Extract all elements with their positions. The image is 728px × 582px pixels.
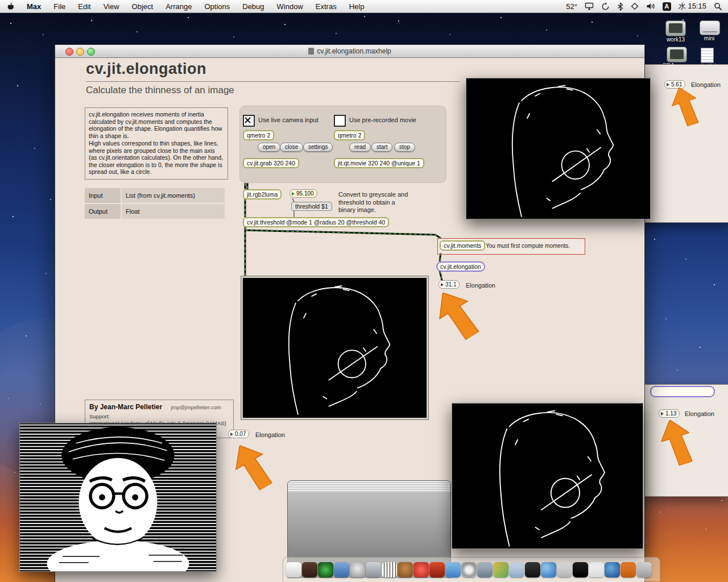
video-window-bottom-left[interactable] bbox=[19, 423, 217, 572]
read-button[interactable]: read bbox=[349, 143, 371, 152]
menu-options[interactable]: Options bbox=[198, 0, 236, 13]
dock-icon-trash[interactable] bbox=[636, 562, 652, 577]
search-icon bbox=[714, 2, 722, 11]
menu-help[interactable]: Help bbox=[343, 0, 371, 13]
dock-icon-system-preferences[interactable] bbox=[366, 562, 381, 577]
start-button[interactable]: start bbox=[371, 143, 392, 152]
io-row-output: Output Float bbox=[85, 204, 225, 219]
document-proxy-icon bbox=[308, 48, 314, 55]
dock-icon-pen-tool[interactable] bbox=[525, 562, 540, 577]
dock-icon-vlc[interactable] bbox=[621, 562, 636, 577]
checkmark-x-icon bbox=[244, 117, 251, 124]
partial-elongation-object bbox=[650, 386, 715, 397]
cv-jit-grab-object: cv.jit.grab 320 240 bbox=[243, 158, 299, 168]
temperature-menulet[interactable]: 52° bbox=[566, 2, 577, 11]
open-button[interactable]: open bbox=[258, 143, 280, 152]
qmetro-object: qmetro 2 bbox=[243, 130, 274, 140]
io-value: Float bbox=[122, 204, 225, 219]
bluetooth-menulet[interactable] bbox=[617, 2, 623, 11]
zoom-button[interactable] bbox=[87, 48, 95, 56]
elongation-caption: Elongation bbox=[685, 410, 714, 417]
video-window-top-right[interactable] bbox=[466, 78, 651, 219]
menu-object[interactable]: Object bbox=[126, 0, 160, 13]
halftone-face-render bbox=[20, 423, 216, 571]
dock-icon-max-msp[interactable] bbox=[318, 562, 333, 577]
time-machine-menulet[interactable] bbox=[601, 2, 610, 11]
dock-icon-ichat[interactable] bbox=[445, 562, 461, 577]
live-camera-label: Use live camera input bbox=[258, 117, 318, 123]
io-key: Output bbox=[85, 204, 121, 219]
dock-icon-ical[interactable] bbox=[589, 562, 604, 577]
desktop-icon-schedule[interactable] bbox=[701, 48, 714, 63]
cv-jit-elongation-object: cv.jit.elongation bbox=[436, 261, 485, 272]
bluetooth-icon bbox=[617, 2, 623, 11]
number-triangle-icon bbox=[661, 412, 664, 415]
face-profile-render bbox=[466, 78, 650, 219]
displays-menulet[interactable] bbox=[585, 2, 594, 10]
desktop-icon-mini[interactable] bbox=[700, 20, 720, 35]
qmetro-object: qmetro 2 bbox=[334, 130, 365, 140]
desktop-icon-label[interactable]: work13 bbox=[659, 36, 693, 43]
threshold-message-box[interactable]: threshold $1 bbox=[291, 202, 332, 211]
menu-window[interactable]: Window bbox=[271, 0, 309, 13]
elongation-number-box[interactable]: 0.07 bbox=[228, 430, 249, 438]
dock-icon-garageband-piano[interactable] bbox=[382, 562, 397, 577]
desktop-icon-work13[interactable] bbox=[665, 20, 686, 36]
io-row-input: Input List (from cv.jit.moments) bbox=[85, 188, 225, 203]
dock-icon-address-book[interactable] bbox=[509, 562, 524, 577]
minimize-button[interactable] bbox=[76, 48, 84, 56]
dock-icon-textedit[interactable] bbox=[286, 562, 301, 577]
dock-icon-safari[interactable] bbox=[541, 562, 556, 577]
dock-icon-quicktime[interactable] bbox=[350, 562, 365, 577]
threshold-number-box[interactable]: 95.100 bbox=[289, 189, 317, 198]
dock-icon-grapher[interactable] bbox=[477, 562, 493, 577]
number-triangle-icon bbox=[230, 433, 233, 436]
menu-extras[interactable]: Extras bbox=[309, 0, 343, 13]
menu-file[interactable]: File bbox=[47, 0, 72, 13]
dock bbox=[283, 557, 660, 581]
desktop-icon-label[interactable]: mini bbox=[695, 35, 723, 41]
dock-icon-photoshop[interactable] bbox=[302, 562, 317, 577]
desktop-icon-eda-sens[interactable] bbox=[667, 47, 687, 63]
apple-menu[interactable] bbox=[0, 0, 20, 13]
dock-icon-iphoto[interactable] bbox=[493, 562, 508, 577]
time-machine-icon bbox=[601, 2, 610, 11]
title-rule bbox=[86, 81, 460, 82]
dock-icon-itunes[interactable] bbox=[413, 562, 429, 577]
clock-menulet[interactable]: 水 15:15 bbox=[679, 1, 706, 11]
elongation-number-box[interactable]: 1.13 bbox=[659, 409, 680, 418]
close-button[interactable] bbox=[65, 48, 73, 56]
face-profile-render bbox=[452, 404, 643, 548]
settings-button[interactable]: settings bbox=[303, 143, 333, 152]
stop-button[interactable]: stop bbox=[394, 143, 415, 152]
number-triangle-icon bbox=[667, 83, 669, 86]
menu-edit[interactable]: Edit bbox=[72, 0, 97, 13]
input-method-menulet[interactable]: A bbox=[663, 2, 671, 11]
app-menu-max[interactable]: Max bbox=[20, 0, 47, 13]
window-titlebar[interactable]: cv.jit.elongation.maxhelp bbox=[55, 45, 644, 58]
dock-icon-audio-editor[interactable] bbox=[573, 562, 588, 577]
dock-icon-guitar-tuner[interactable] bbox=[398, 562, 413, 577]
dock-icon-firefox[interactable] bbox=[605, 562, 620, 577]
volume-menulet[interactable] bbox=[646, 2, 655, 10]
movie-checkbox[interactable] bbox=[334, 115, 346, 127]
dock-icon-mail[interactable] bbox=[334, 562, 349, 577]
menu-arrange[interactable]: Arrange bbox=[159, 0, 198, 13]
close-button[interactable]: close bbox=[280, 143, 303, 152]
dock-icon-dvd-player[interactable] bbox=[461, 562, 477, 577]
author-email[interactable]: jmp@jmpelletier.com bbox=[171, 404, 221, 410]
io-value: List (from cv.jit.moments) bbox=[122, 188, 225, 203]
dock-icon-flash[interactable] bbox=[429, 562, 445, 577]
dock-icon-x11[interactable] bbox=[557, 562, 572, 577]
speaker-icon bbox=[646, 2, 655, 10]
video-window-bottom-right[interactable] bbox=[452, 403, 643, 549]
spotlight-menulet[interactable] bbox=[714, 2, 722, 11]
menu-view[interactable]: View bbox=[97, 0, 126, 13]
io-key: Input bbox=[85, 188, 121, 203]
cv-jit-threshold-object: cv.jit.threshold @mode 1 @radius 20 @thr… bbox=[243, 217, 389, 227]
description-paragraph: High values correspond to thin shapes, l… bbox=[89, 140, 224, 176]
desktop: work13 mini EDA_sens schedule 5.61 Elong… bbox=[0, 0, 728, 582]
live-camera-checkbox[interactable] bbox=[243, 115, 255, 127]
menu-debug[interactable]: Debug bbox=[236, 0, 270, 13]
airport-menulet[interactable] bbox=[631, 2, 639, 10]
